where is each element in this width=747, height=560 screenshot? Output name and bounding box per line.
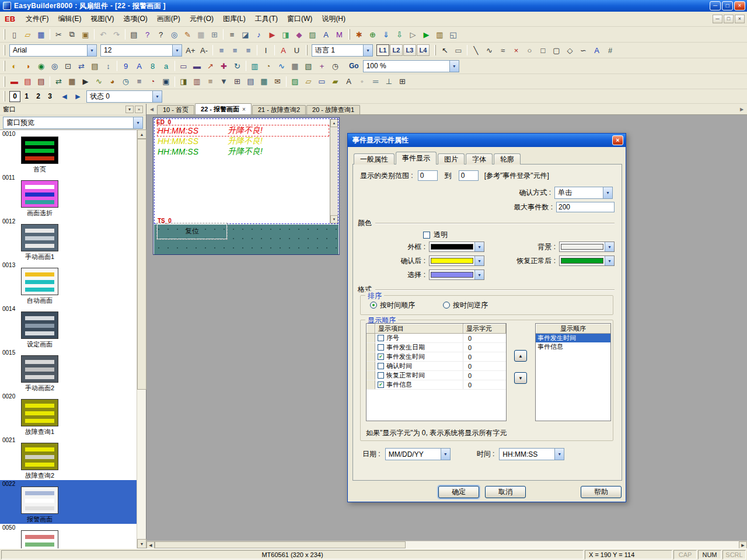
- screen-tab-2[interactable]: 22 - 报警画面×: [195, 103, 252, 114]
- set-word-icon[interactable]: ◎: [48, 60, 61, 72]
- polygon-icon[interactable]: ◇: [563, 44, 577, 57]
- history-data-icon[interactable]: ▦: [288, 60, 302, 72]
- event-display-icon[interactable]: ▤: [34, 75, 48, 88]
- range-to-input[interactable]: [459, 170, 479, 181]
- grid-icon[interactable]: ▦: [194, 28, 208, 41]
- redo-icon[interactable]: ↷: [110, 28, 123, 41]
- print-icon[interactable]: ▤: [127, 28, 141, 41]
- xy-plot-icon[interactable]: +: [315, 60, 329, 72]
- panel-close-icon[interactable]: ×: [135, 106, 143, 113]
- multi-state-switch-icon[interactable]: ▤: [88, 60, 102, 72]
- minimize-button[interactable]: ─: [710, 1, 721, 10]
- trend-display-icon[interactable]: ∿: [275, 60, 288, 72]
- mdi-minimize-button[interactable]: ─: [713, 15, 722, 23]
- row-selector[interactable]: [366, 352, 375, 361]
- transparent-checkbox[interactable]: [423, 232, 430, 239]
- flow-block-icon[interactable]: ▰: [329, 75, 342, 88]
- order-list-item[interactable]: 事件信息: [536, 342, 610, 351]
- tab-close-icon[interactable]: ×: [242, 106, 246, 113]
- download-icon[interactable]: ⇓: [379, 28, 393, 41]
- window-item-0014[interactable]: 0014设定画面: [0, 305, 137, 349]
- dialog-tab-字体[interactable]: 字体: [466, 153, 493, 164]
- text-object-icon[interactable]: A: [342, 75, 355, 88]
- window-item-0022[interactable]: 0022报警画面: [0, 480, 137, 524]
- lang-button-L3[interactable]: L3: [403, 44, 416, 56]
- item-checkbox[interactable]: [378, 335, 384, 341]
- save-icon[interactable]: ▦: [34, 28, 48, 41]
- pie-chart-icon[interactable]: ◕: [106, 75, 119, 88]
- item-checkbox[interactable]: ✔: [378, 354, 384, 360]
- lang-button-L4[interactable]: L4: [417, 44, 430, 56]
- item-checkbox[interactable]: [378, 372, 384, 379]
- message-icon[interactable]: ◨: [279, 28, 292, 41]
- state-select[interactable]: 状态 0 ▾: [86, 90, 162, 103]
- database-icon[interactable]: ▦: [257, 75, 271, 88]
- window-item-0021[interactable]: 0021故障查询2: [0, 436, 137, 480]
- ack-color-select[interactable]: ▾: [429, 256, 484, 266]
- sound-library-icon[interactable]: ♪: [252, 28, 266, 41]
- go-button[interactable]: Go: [349, 62, 359, 70]
- canvas-hscrollbar[interactable]: ◀ ▶: [146, 541, 747, 548]
- maximize-button[interactable]: □: [722, 1, 733, 10]
- lang-button-L2[interactable]: L2: [390, 44, 403, 56]
- function-key-icon[interactable]: ⊡: [61, 60, 75, 72]
- alarm-display-icon[interactable]: ▤: [21, 75, 34, 88]
- item-checkbox[interactable]: [378, 363, 384, 369]
- label-library-icon[interactable]: A: [319, 28, 333, 41]
- undo-icon[interactable]: ↶: [96, 28, 110, 41]
- dialog-tab-图片[interactable]: 图片: [438, 153, 465, 164]
- open-file-icon[interactable]: ▱: [21, 28, 34, 41]
- date-format-select[interactable]: MM/DD/YY ▾: [385, 448, 451, 460]
- shape-library-icon[interactable]: ◆: [292, 28, 306, 41]
- element-list-icon[interactable]: ≡: [225, 28, 239, 41]
- pipe-icon[interactable]: ═: [369, 75, 382, 88]
- window-item-0013[interactable]: 0013自动画面: [0, 261, 137, 305]
- window-item-0050[interactable]: 0050: [0, 524, 137, 548]
- media-icon[interactable]: ▶: [266, 28, 279, 41]
- cut-icon[interactable]: ✂: [52, 28, 65, 41]
- system-parameters-icon[interactable]: ✱: [352, 28, 366, 41]
- move-down-button[interactable]: ▼: [514, 372, 527, 384]
- table-object-icon[interactable]: ⊞: [396, 75, 409, 88]
- alarm-bar-icon[interactable]: ▬: [8, 75, 21, 88]
- timer-icon[interactable]: ◔: [146, 75, 159, 88]
- freehand-icon[interactable]: ∽: [577, 44, 590, 57]
- align-right-icon[interactable]: ≡: [242, 44, 255, 57]
- bg-color-select[interactable]: ▾: [559, 242, 615, 252]
- italic-icon[interactable]: I: [259, 44, 273, 57]
- order-list-item[interactable]: 事件发生时间: [536, 334, 610, 342]
- state-button-3[interactable]: 3: [44, 91, 55, 102]
- menu-item-10[interactable]: 说明(H): [317, 12, 350, 26]
- menu-item-7[interactable]: 图库(L): [218, 12, 250, 26]
- menu-item-3[interactable]: 视图(V): [86, 12, 118, 26]
- font-size-select[interactable]: 12 ▾: [100, 44, 182, 57]
- file-browser-icon[interactable]: ▱: [302, 75, 315, 88]
- backup-icon[interactable]: ▦: [65, 75, 79, 88]
- font-shrink-icon[interactable]: A-: [197, 44, 211, 57]
- option-list-icon[interactable]: ≡: [132, 75, 146, 88]
- menu-item-6[interactable]: 元件(O): [185, 12, 218, 26]
- data-block-icon[interactable]: ▧: [302, 60, 315, 72]
- window-item-0010[interactable]: 0010首页: [0, 130, 137, 174]
- text-icon[interactable]: A: [590, 44, 603, 57]
- indirect-window-icon[interactable]: ▭: [177, 60, 190, 72]
- row-selector[interactable]: [366, 371, 375, 380]
- rotation-icon[interactable]: ↻: [231, 60, 244, 72]
- mdi-restore-button[interactable]: □: [724, 15, 734, 23]
- dialog-tab-事件显示[interactable]: 事件显示: [396, 152, 437, 164]
- screen-tab-4[interactable]: 20 - 故障查询1: [306, 105, 360, 114]
- numeric-display-icon[interactable]: 8: [146, 60, 159, 72]
- lang-button-L1[interactable]: L1: [376, 44, 389, 56]
- slider-icon[interactable]: ↕: [102, 60, 115, 72]
- menu-item-9[interactable]: 窗口(W): [282, 12, 317, 26]
- comment-icon[interactable]: ◦: [355, 75, 369, 88]
- font-enlarge-icon[interactable]: A+: [184, 44, 197, 57]
- dialog-tab-一般属性[interactable]: 一般属性: [354, 153, 395, 164]
- sort-ascending-radio[interactable]: [370, 302, 377, 309]
- window-item-0015[interactable]: 0015手动画面2: [0, 349, 137, 393]
- new-file-icon[interactable]: ▯: [8, 28, 21, 41]
- clock-icon[interactable]: ◷: [329, 60, 342, 72]
- snap-icon[interactable]: ⊞: [208, 28, 221, 41]
- picture-view-icon[interactable]: ▨: [288, 75, 302, 88]
- animation-icon[interactable]: ✚: [217, 60, 231, 72]
